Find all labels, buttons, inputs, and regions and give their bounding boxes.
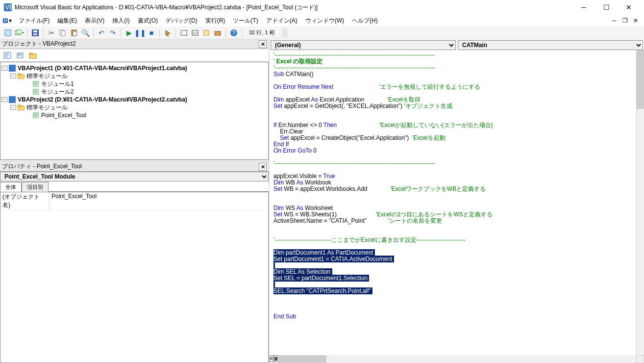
project1-module1[interactable]: モジュール1 <box>41 80 74 88</box>
menu-file[interactable]: ファイル(F) <box>15 16 53 26</box>
vba-project-icon <box>8 96 16 103</box>
properties-panel-close-button[interactable]: ✕ <box>259 163 267 171</box>
svg-rect-26 <box>18 54 21 55</box>
svg-rect-16 <box>181 30 183 35</box>
minimize-button[interactable]: ─ <box>572 0 595 15</box>
paste-button[interactable] <box>69 28 79 38</box>
properties-panel: プロパティ - Point_Excel_Tool ✕ Point_Excel_T… <box>0 162 269 363</box>
menu-debug[interactable]: デバッグ(D) <box>162 16 201 26</box>
project2-folder[interactable]: 標準モジュール <box>26 104 68 112</box>
project-tree[interactable]: −VBAProject1 (D:¥01-CATIA-VBA-Macro¥VBAP… <box>0 62 269 160</box>
svg-rect-17 <box>192 30 198 35</box>
redo-button[interactable]: ↷ <box>108 28 118 38</box>
project1-node[interactable]: VBAProject1 (D:¥01-CATIA-VBA-Macro¥VBAPr… <box>18 65 187 72</box>
toolbox-button[interactable] <box>213 28 223 38</box>
properties-grid[interactable]: (オブジェクト名) Point_Excel_Tool <box>0 192 269 363</box>
properties-tab-all[interactable]: 全体 <box>0 182 22 192</box>
svg-rect-6 <box>17 30 22 34</box>
view-object-icon[interactable] <box>15 50 25 61</box>
svg-rect-4 <box>5 30 11 36</box>
vba-project-icon <box>8 65 16 72</box>
svg-rect-29 <box>9 65 16 72</box>
insert-object-button[interactable] <box>14 28 24 38</box>
prop-key-name: (オブジェクト名) <box>0 192 50 210</box>
procedure-view-button[interactable]: ≡ <box>270 355 273 362</box>
project1-module2[interactable]: モジュール2 <box>41 88 74 96</box>
save-button[interactable] <box>30 28 40 38</box>
menu-view[interactable]: 表示(V) <box>81 16 108 26</box>
project-panel-close-button[interactable]: ✕ <box>259 40 267 48</box>
design-mode-button[interactable] <box>163 28 173 38</box>
run-button[interactable]: ▶ <box>124 28 134 38</box>
vertical-scrollbar[interactable] <box>636 50 644 355</box>
menu-help[interactable]: ヘルプ(H) <box>348 16 382 26</box>
mdi-restore-button[interactable]: ❐ <box>619 17 630 24</box>
svg-marker-14 <box>166 30 170 36</box>
svg-rect-21 <box>215 31 221 35</box>
menu-run[interactable]: 実行(R) <box>201 16 229 26</box>
object-browser-button[interactable] <box>201 28 211 38</box>
mdi-close-button[interactable]: ✕ <box>630 17 641 24</box>
project-explorer-button[interactable] <box>179 28 189 38</box>
properties-object-select[interactable]: Point_Excel_Tool Module <box>0 172 269 182</box>
copy-button[interactable] <box>58 28 68 38</box>
menu-insert[interactable]: 挿入(I) <box>108 16 133 26</box>
module-icon <box>32 112 40 119</box>
project1-folder[interactable]: 標準モジュール <box>26 72 68 80</box>
maximize-button[interactable]: ☐ <box>595 0 618 15</box>
project-explorer-panel: プロジェクト - VBAProject2 ✕ −VBAProject1 (D:¥… <box>0 39 269 160</box>
menu-format[interactable]: 書式(O) <box>134 16 162 26</box>
svg-text:?: ? <box>232 29 236 36</box>
vba-app-icon: VB <box>4 3 12 11</box>
view-code-button[interactable] <box>3 28 13 38</box>
view-code-icon[interactable] <box>2 50 13 61</box>
break-button[interactable]: ❚❚ <box>135 28 145 38</box>
find-button[interactable]: 🔍 <box>80 28 90 38</box>
menu-edit[interactable]: 編集(E) <box>53 16 81 26</box>
properties-window-button[interactable] <box>190 28 200 38</box>
toggle-folders-icon[interactable] <box>27 50 38 61</box>
menubar: V▾ ファイル(F) 編集(E) 表示(V) 挿入(I) 書式(O) デバッグ(… <box>0 15 644 26</box>
prop-val-name[interactable]: Point_Excel_Tool <box>50 192 268 210</box>
svg-rect-31 <box>18 74 21 75</box>
titlebar: VB Microsoft Visual Basic for Applicatio… <box>0 0 644 15</box>
folder-icon <box>17 104 25 111</box>
cut-button[interactable]: ✂ <box>47 28 56 38</box>
toolbar: ✂ 🔍 ↶ ↷ ▶ ❚❚ ■ ? 32 行, 1 桁 <box>0 26 644 39</box>
reset-button[interactable]: ■ <box>147 28 156 38</box>
cursor-position-status: 32 行, 1 桁 <box>245 29 279 36</box>
folder-icon <box>17 73 25 79</box>
menu-addins[interactable]: アドイン(A) <box>262 16 301 26</box>
mdi-minimize-button[interactable]: ─ <box>609 17 619 24</box>
svg-rect-28 <box>29 53 32 54</box>
help-button[interactable]: ? <box>229 28 239 38</box>
code-editor[interactable]: '---------------------------------------… <box>270 50 636 355</box>
window-title: Microsoft Visual Basic for Applications … <box>15 3 572 12</box>
object-combo[interactable]: (General) <box>271 40 456 50</box>
svg-rect-20 <box>204 30 209 35</box>
procedure-combo[interactable]: CATMain <box>458 40 643 50</box>
svg-text:VB: VB <box>5 4 12 11</box>
module-icon <box>32 80 40 87</box>
menu-tools[interactable]: ツール(T) <box>229 16 262 26</box>
menu-window[interactable]: ウィンドウ(W) <box>301 16 348 26</box>
horizontal-scrollbar[interactable] <box>277 355 636 363</box>
project-panel-title: プロジェクト - VBAProject2 <box>2 40 259 48</box>
close-button[interactable]: ✕ <box>618 0 640 15</box>
properties-panel-title: プロパティ - Point_Excel_Tool <box>2 162 259 171</box>
vba-menu-icon[interactable]: V▾ <box>3 17 12 24</box>
svg-rect-8 <box>33 30 37 32</box>
svg-text:V: V <box>3 17 7 24</box>
undo-button[interactable]: ↶ <box>97 28 106 38</box>
code-header: (General) CATMain <box>270 39 644 50</box>
svg-rect-13 <box>73 31 76 36</box>
toolbar-grip[interactable] <box>282 28 287 38</box>
svg-rect-11 <box>61 31 65 36</box>
project2-module1[interactable]: Point_Excel_Tool <box>41 112 86 119</box>
project2-node[interactable]: VBAProject2 (D:¥01-CATIA-VBA-Macro¥VBAPr… <box>18 96 187 103</box>
module-icon <box>32 88 40 95</box>
scroll-corner <box>636 355 644 363</box>
svg-rect-34 <box>9 96 16 103</box>
properties-tab-categorized[interactable]: 項目別 <box>22 182 49 192</box>
svg-rect-36 <box>18 105 21 106</box>
